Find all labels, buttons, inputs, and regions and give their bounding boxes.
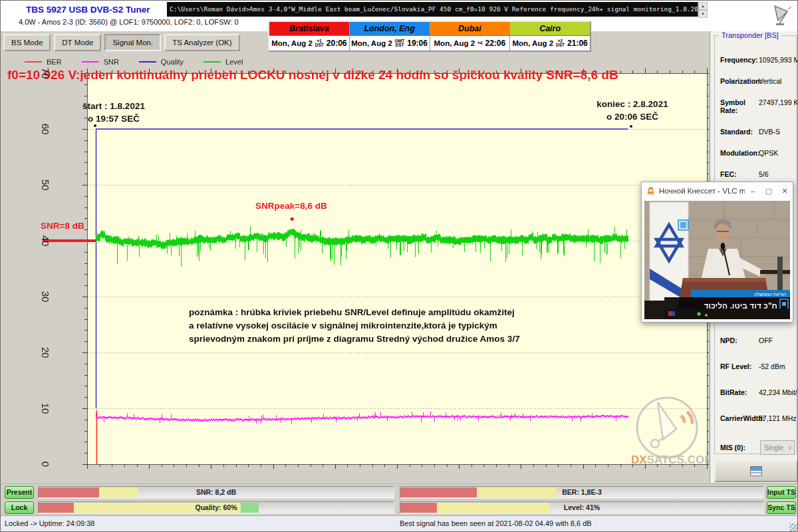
vlc-title: Ночной Кнессет - VLC med... [659,187,745,195]
field-label: CarrierWidth: [720,414,759,422]
transponder-fields-top: Frequency:10925,993 MHzPolarization:Vert… [720,56,795,192]
legend-label: SNR [104,58,119,66]
svg-text:הודעת הממשלה: הודעת הממשלה [754,292,786,297]
clock-offset: +2DST [556,39,565,48]
clock-date: Mon, Aug 2 [351,39,392,47]
clock-date: Mon, Aug 2 [434,39,475,47]
field-value: QPSK [759,149,778,157]
mis-dropdown[interactable]: Single∨ [760,440,795,455]
scroll-down-icon[interactable]: ▼ [698,10,708,18]
quality-meter: Quality: 60% [38,501,394,514]
field-row: NPD:OFF [720,336,795,344]
clock-datetime: Mon, Aug 2+2DST21:06 [510,36,590,51]
clock-dubai: DubaiMon, Aug 2+422:06 [430,22,511,51]
tab-ts-analyzer-ok-[interactable]: TS Analyzer (OK) [164,34,239,51]
clock-city-header: Cairo [510,22,590,36]
present-button[interactable]: Present [5,486,34,499]
y-axis-label: 10 [37,398,53,418]
dxsatcs-watermark: DXSATCS.COM [626,394,709,469]
chevron-down-icon: ∨ [787,444,792,451]
mis-label: MIS (0): [720,444,759,452]
clock-bratislava: BratislavaMon, Aug 2+1DST20:06 [269,22,350,51]
field-value: 27497,199 KS/s [759,98,798,106]
y-axis-label: 0 [37,454,53,474]
tab-signal-mon-[interactable]: Signal Mon. [104,34,161,51]
clock-date: Mon, Aug 2 [271,39,313,47]
vlc-video[interactable]: הודעת הממשלה ח"כ דוד ביטן, הליכוד [644,201,790,319]
vlc-minimize-button[interactable]: – [745,187,761,195]
legend-swatch [82,61,99,63]
clock-city-header: London, Eng [350,22,430,36]
app-window: TBS 5927 USB DVB-S2 Tuner 4.0W - Amos 2-… [0,0,798,532]
clock-time: 19:06 [407,39,428,48]
field-label: Polarization: [720,77,759,85]
annotation-end: koniec : 2.8.2021 o 20:06 SEČ [583,98,682,123]
field-label: Frequency: [720,56,759,64]
y-axis-label: 40 [37,231,53,251]
chart-title: f0=10 926 V:jeden kontinuálny priebeh LO… [7,68,707,81]
meter-label: SNR: 8,2 dB [39,487,394,498]
ber-meter: BER: 1,8E-3 [400,486,764,499]
vlc-maximize-button[interactable]: ▢ [761,187,777,196]
field-row: Polarization:Vertical [720,77,795,85]
field-row: Frequency:10925,993 MHz [720,56,795,64]
lock-button[interactable]: Lock [5,501,34,514]
vlc-cone-icon [646,187,655,196]
annotation-start: štart : 1.8.2021 o 19:57 SEČ [64,100,164,125]
clock-cairo: CairoMon, Aug 2+2DST21:06 [510,22,590,51]
vlc-window[interactable]: Ночной Кнессет - VLC med... – ▢ ✕ [641,182,793,323]
ts-list-button[interactable] [714,460,798,482]
y-axis-label: 20 [37,342,53,362]
status-bar: Locked -> Uptime: 24:09:38 Best signal h… [1,515,798,532]
legend-label: Quality [161,58,184,66]
vlc-close-button[interactable]: ✕ [777,187,793,196]
meters-area: PresentSNR: 8,2 dBBER: 1,8E-3Input TSLoc… [1,483,798,516]
field-row: BitRate:42,234 Mbit/s [720,388,795,396]
resize-grip[interactable] [789,523,797,531]
legend-item-quality: Quality [139,58,184,66]
ts-list-icon [750,466,762,476]
console-scrollbar[interactable]: ▲ ▼ [698,2,708,17]
status-best-text: Best signal has been seen at 2021-08-02 … [400,519,592,527]
y-axis-label: 50 [37,175,53,195]
field-value: 42,234 Mbit/s [759,388,798,396]
sync-ts-button[interactable]: Sync TS [767,501,796,514]
clock-datetime: Mon, Aug 2+422:06 [430,36,510,51]
y-axis-label: 30 [37,287,53,307]
field-value: 10925,993 MHz [759,56,798,64]
legend-swatch [25,61,42,63]
clock-time: 21:06 [567,39,588,48]
snr-meter: SNR: 8,2 dB [38,486,394,499]
world-clocks: BratislavaMon, Aug 2+1DST20:06London, En… [268,21,591,52]
field-label: Modulation: [720,149,759,157]
tab-bs-mode[interactable]: BS Mode [3,34,51,51]
vlc-titlebar[interactable]: Ночной Кнессет - VLC med... – ▢ ✕ [642,182,793,200]
field-row: CarrierWidth:37,121 MHz [720,414,795,422]
field-value: Vertical [759,77,781,85]
field-label: FEC: [720,170,759,178]
meter-label: BER: 1,8E-3 [400,487,763,498]
app-title: TBS 5927 USB DVB-S2 Tuner [26,5,150,15]
field-row: Symbol Rate:27497,199 KS/s [720,98,795,114]
y-axis-label: 70 [37,63,53,83]
field-row: Standard:DVB-S [720,128,795,136]
clock-date: Mon, Aug 2 [513,39,554,47]
signal-chart-widget: BERSNRQualityLevel f0=10 926 V:jeden kon… [1,54,709,483]
field-label: Symbol Rate: [720,98,759,114]
tab-dt-mode[interactable]: DT Mode [54,34,101,51]
scroll-up-icon[interactable]: ▲ [698,2,708,10]
clock-offset: +4 [477,41,482,46]
legend-item-snr: SNR [82,58,119,66]
console-titlebar[interactable]: C:\Users\Roman Dávid>Amos 3-4,0°W_Middle… [167,2,707,17]
field-value: OFF [759,336,773,344]
clock-city-header: Dubai [430,22,510,36]
clock-datetime: Mon, Aug 2+1DST20:06 [269,36,349,51]
clock-london-eng: London, EngMon, Aug 2GMTDST19:06 [350,22,430,51]
clock-datetime: Mon, Aug 2GMTDST19:06 [350,36,430,51]
input-ts-button[interactable]: Input TS [767,486,796,499]
field-label: BitRate: [720,388,759,396]
clock-time: 20:06 [327,39,347,48]
mis-row: MIS (0):Single∨ [720,440,795,455]
field-value: 5/6 [759,170,769,178]
legend-swatch [203,61,221,63]
